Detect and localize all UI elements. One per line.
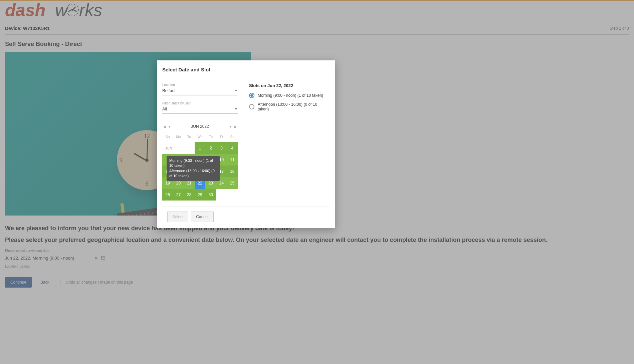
calendar-day[interactable]: 11 [227, 154, 238, 165]
calendar-day[interactable]: 26 [162, 189, 173, 201]
calendar-day[interactable]: 1 [195, 142, 205, 154]
calendar-dow: Mo [173, 134, 184, 142]
prev-year-button[interactable]: « [162, 122, 168, 130]
calendar-day[interactable]: 30 [205, 189, 216, 201]
filter-select[interactable]: All ▼ [162, 105, 238, 114]
next-year-button[interactable]: » [232, 122, 238, 130]
filter-label: Filter Dates by Slot [162, 101, 238, 105]
chevron-down-icon: ▼ [234, 89, 238, 92]
location-label: Location [162, 83, 238, 87]
next-month-button[interactable]: › [228, 122, 233, 130]
slot-morning[interactable]: Morning (9:00 - noon) (1 of 10 taken) [249, 93, 329, 98]
modal-title: Select Date and Slot [157, 60, 335, 79]
chevron-down-icon: ▼ [234, 107, 238, 111]
select-button[interactable]: Select [167, 212, 188, 222]
calendar-day[interactable]: 27 [173, 189, 184, 201]
calendar-month: JUN 2022 [172, 124, 228, 129]
calendar-day[interactable]: 28 [184, 189, 195, 201]
date-slot-modal: Select Date and Slot Location Belfast ▼ … [157, 60, 335, 228]
calendar-dow: Sa [227, 134, 238, 142]
calendar-dow: Th [205, 134, 216, 142]
slot-afternoon[interactable]: Afternoon (13:00 - 16:00) (0 of 10 taken… [249, 102, 329, 111]
calendar-day[interactable]: 4 [227, 142, 238, 154]
calendar-day[interactable]: 25 [227, 177, 238, 189]
calendar-dow: Fr [216, 134, 227, 142]
calendar-month-short: JUN [162, 142, 195, 154]
calendar-dow: We [195, 134, 205, 142]
calendar-day[interactable]: 3 [216, 142, 227, 154]
location-select[interactable]: Belfast ▼ [162, 87, 238, 95]
day-tooltip: Morning (9:00 - noon) (1 of 10 taken) Af… [167, 156, 220, 181]
prev-month-button[interactable]: ‹ [168, 122, 172, 130]
calendar-day[interactable]: 18 [227, 165, 238, 177]
calendar-dow: Tu [184, 134, 195, 142]
calendar-dow: Su [162, 134, 173, 142]
cancel-button[interactable]: Cancel [191, 212, 213, 222]
calendar-day[interactable]: 2 [205, 142, 216, 154]
slots-title: Slots on Jun 22, 2022 [249, 83, 329, 88]
calendar-day[interactable]: 29 [195, 189, 205, 201]
radio-icon [249, 93, 254, 98]
radio-icon [249, 104, 254, 109]
